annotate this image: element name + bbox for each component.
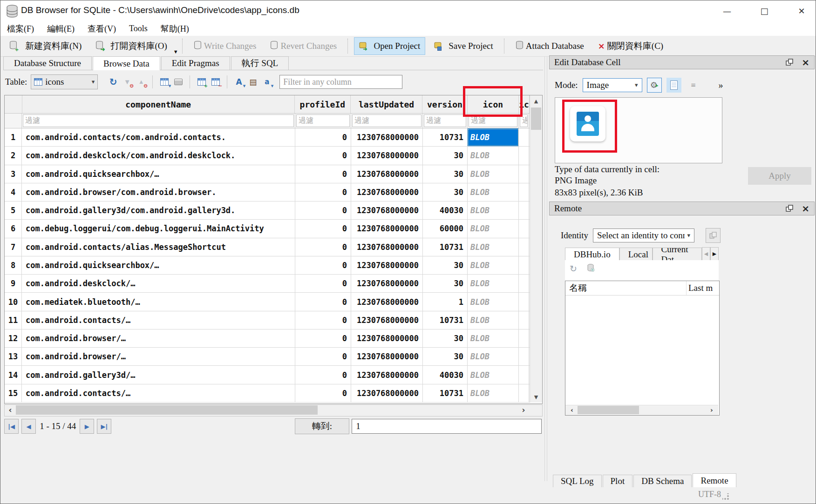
clone-database-icon[interactable] xyxy=(706,228,721,243)
cell-extra[interactable] xyxy=(519,128,529,146)
cell-componentName[interactable]: com.android.gallery3d/com.android.galler… xyxy=(22,202,295,219)
cell-icon[interactable]: BLOB xyxy=(468,311,519,329)
cell-icon[interactable]: BLOB xyxy=(468,256,519,274)
remote-tab-dbhub-io[interactable]: DBHub.io xyxy=(565,248,619,261)
toolbar-dropdown-icon[interactable]: ▼ xyxy=(173,49,178,56)
cell-extra[interactable] xyxy=(519,348,529,365)
cell-version[interactable]: 10731 xyxy=(423,384,468,402)
filter-input-version[interactable]: 過濾 xyxy=(424,114,466,127)
cell-icon[interactable]: BLOB xyxy=(468,165,519,183)
cell-icon[interactable]: BLOB xyxy=(468,202,519,219)
column-header-version[interactable]: version xyxy=(422,95,467,113)
cell-lastUpdated[interactable]: 1230768000000 xyxy=(351,384,423,402)
cell-icon[interactable]: BLOB xyxy=(468,147,519,164)
horizontal-scrollbar-thumb[interactable] xyxy=(16,405,318,415)
cell-lastUpdated[interactable]: 1230768000000 xyxy=(351,348,423,365)
remote-list-lastmodified-header[interactable]: Last m xyxy=(687,281,719,295)
remote-scrollbar-thumb[interactable] xyxy=(578,406,639,414)
delete-record-icon[interactable]: − xyxy=(209,75,223,89)
cell-lastUpdated[interactable]: 1230768000000 xyxy=(351,147,423,164)
print-icon[interactable] xyxy=(171,75,185,89)
menu-item-4[interactable]: 幫助(H) xyxy=(154,21,196,36)
cell-profileId[interactable]: 0 xyxy=(295,128,351,146)
dock-tab-remote[interactable]: Remote xyxy=(693,473,736,487)
minimize-button[interactable]: — xyxy=(714,0,740,21)
cell-componentName[interactable]: com.android.gallery3d/… xyxy=(22,366,295,383)
cell-profileId[interactable]: 0 xyxy=(295,329,351,347)
float-dock-icon[interactable] xyxy=(786,205,793,212)
cell-icon[interactable]: BLOB xyxy=(468,220,519,237)
cell-profileId[interactable]: 0 xyxy=(295,202,351,219)
cell-version[interactable]: 40030 xyxy=(423,366,468,383)
menu-item-1[interactable]: 編輯(E) xyxy=(41,21,81,36)
cell-lastUpdated[interactable]: 1230768000000 xyxy=(351,275,423,292)
cell-gutter[interactable]: 15 xyxy=(5,384,22,402)
remote-tab-current-dat[interactable]: Current Dat xyxy=(653,248,702,261)
upload-database-icon[interactable] xyxy=(587,264,594,274)
more-tools-icon[interactable]: » xyxy=(719,80,723,91)
cell-componentName[interactable]: com.android.quicksearchbox/… xyxy=(22,165,295,183)
dock-splitter[interactable] xyxy=(544,56,547,481)
toolbar-button-open-project[interactable]: ➜Open Project xyxy=(354,37,425,55)
menu-item-2[interactable]: 查看(V) xyxy=(81,21,122,36)
cell-componentName[interactable]: com.mediatek.bluetooth/… xyxy=(22,293,295,310)
cell-gutter[interactable]: 14 xyxy=(5,366,22,383)
cell-lastUpdated[interactable]: 1230768000000 xyxy=(351,165,423,183)
cell-lastUpdated[interactable]: 1230768000000 xyxy=(351,202,423,219)
cell-extra[interactable] xyxy=(519,256,529,274)
cell-profileId[interactable]: 0 xyxy=(295,366,351,383)
refresh-icon[interactable]: ↻ xyxy=(570,263,577,274)
tab-database-structure[interactable]: Database Structure xyxy=(3,56,92,70)
close-dock-icon[interactable]: × xyxy=(802,58,809,67)
cell-extra[interactable] xyxy=(519,202,529,219)
cell-version[interactable]: 10731 xyxy=(423,311,468,329)
cell-extra[interactable] xyxy=(519,329,529,347)
cell-componentName[interactable]: com.android.contacts/… xyxy=(22,384,295,402)
cell-icon[interactable]: BLOB xyxy=(468,329,519,347)
cell-gutter[interactable]: 12 xyxy=(5,329,22,347)
cell-gutter[interactable]: 10 xyxy=(5,293,22,310)
tab-sql[interactable]: 執行 SQL xyxy=(231,56,289,70)
font-increase-icon[interactable]: A▾ xyxy=(232,75,246,89)
maximize-button[interactable]: □ xyxy=(751,0,777,21)
close-dock-icon[interactable]: × xyxy=(802,204,809,213)
cell-gutter[interactable]: 5 xyxy=(5,202,22,219)
dock-tab-db-schema[interactable]: DB Schema xyxy=(633,475,692,487)
cell-icon[interactable]: BLOB xyxy=(468,348,519,365)
cell-lastUpdated[interactable]: 1230768000000 xyxy=(351,311,423,329)
cell-profileId[interactable]: 0 xyxy=(295,183,351,201)
vertical-scrollbar-thumb[interactable] xyxy=(531,108,541,130)
cell-version[interactable]: 30 xyxy=(423,165,468,183)
refresh-icon[interactable]: ↻ xyxy=(106,75,120,89)
cell-componentName[interactable]: com.android.contacts/com.android.contact… xyxy=(22,128,295,146)
cell-extra[interactable] xyxy=(519,183,529,201)
filter-input-lastUpdated[interactable]: 過濾 xyxy=(352,114,422,127)
scroll-down-icon[interactable]: ▼ xyxy=(530,391,542,403)
cell-extra[interactable] xyxy=(519,384,529,402)
toolbar-button-revert-changes[interactable]: Revert Changes xyxy=(265,37,342,55)
toolbar-button-c[interactable]: ×關閉資料庫(C) xyxy=(593,37,668,55)
goto-button[interactable]: 轉到: xyxy=(295,418,349,434)
column-header-componentName[interactable]: componentName xyxy=(22,95,295,113)
goto-record-input[interactable]: 1 xyxy=(352,419,542,434)
remote-horizontal-scrollbar[interactable]: ‹ › xyxy=(565,405,718,415)
cell-profileId[interactable]: 0 xyxy=(295,256,351,274)
cell-extra[interactable] xyxy=(519,366,529,383)
scroll-left-icon[interactable]: ‹ xyxy=(5,405,16,415)
cell-icon[interactable]: BLOB xyxy=(468,183,519,201)
scroll-left-icon[interactable]: ‹ xyxy=(566,405,578,415)
float-dock-icon[interactable] xyxy=(786,59,793,66)
cell-lastUpdated[interactable]: 1230768000000 xyxy=(351,220,423,237)
apply-button[interactable]: Apply xyxy=(748,167,811,185)
toolbar-button-o[interactable]: ➜打開資料庫(O) xyxy=(90,37,172,55)
cell-gutter[interactable]: 9 xyxy=(5,275,22,292)
cell-componentName[interactable]: com.debug.loggerui/com.debug.loggerui.Ma… xyxy=(22,220,295,237)
cell-lastUpdated[interactable]: 1230768000000 xyxy=(351,366,423,383)
word-wrap-icon[interactable]: ≡ xyxy=(686,78,701,93)
cell-version[interactable]: 40030 xyxy=(423,202,468,219)
cell-profileId[interactable]: 0 xyxy=(295,220,351,237)
cell-extra[interactable] xyxy=(519,165,529,183)
filter-input-componentName[interactable]: 過濾 xyxy=(23,114,294,127)
insert-record-icon[interactable]: ＋ xyxy=(195,75,209,89)
cell-lastUpdated[interactable]: 1230768000000 xyxy=(351,128,423,146)
